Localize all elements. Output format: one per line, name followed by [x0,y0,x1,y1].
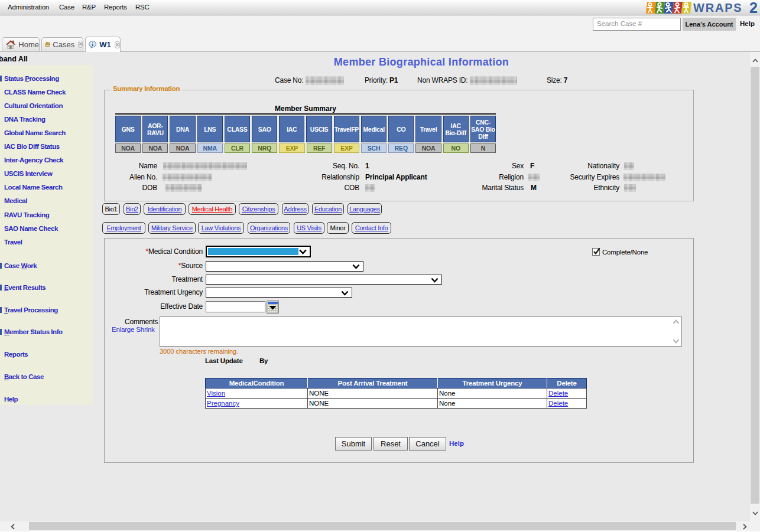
svg-text:i: i [92,41,93,47]
svg-text:2: 2 [749,1,758,14]
svg-text:WRAPS: WRAPS [693,1,742,14]
